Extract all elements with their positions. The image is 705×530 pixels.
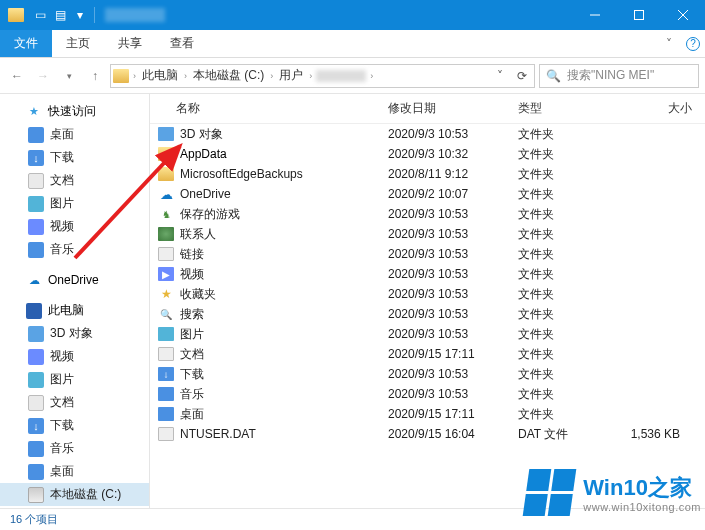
sidebar-item-music2[interactable]: 音乐 (0, 437, 149, 460)
column-size[interactable]: 大小 (610, 98, 700, 119)
file-name: 3D 对象 (180, 126, 223, 143)
window-folder-icon (8, 8, 24, 22)
doc-icon (158, 347, 174, 361)
file-rows[interactable]: 3D 对象2020/9/3 10:53文件夹AppData2020/9/3 10… (150, 124, 705, 508)
crumb-c[interactable]: 本地磁盘 (C:) (191, 67, 266, 84)
window-title-blurred (105, 8, 165, 22)
column-date[interactable]: 修改日期 (380, 98, 510, 119)
item-count: 16 个项目 (10, 512, 58, 527)
column-name[interactable]: 名称 (150, 98, 380, 119)
help-button[interactable]: ? (681, 30, 705, 57)
document-icon (28, 395, 44, 411)
address-folder-icon (113, 69, 129, 83)
file-type: DAT 文件 (510, 426, 610, 443)
navigation-bar: ← → ▾ ↑ › 此电脑 › 本地磁盘 (C:) › 用户 › › ˅ ⟳ 🔍… (0, 58, 705, 94)
minimize-button[interactable] (573, 0, 617, 30)
tab-view[interactable]: 查看 (156, 30, 208, 57)
sidebar-item-disk-c[interactable]: 本地磁盘 (C:) (0, 483, 149, 506)
file-row[interactable]: ♞保存的游戏2020/9/3 10:53文件夹 (150, 204, 705, 224)
sidebar-item-downloads[interactable]: ↓下载 (0, 146, 149, 169)
i3d-icon (158, 127, 174, 141)
tab-share[interactable]: 共享 (104, 30, 156, 57)
recent-dropdown[interactable]: ▾ (58, 65, 80, 87)
file-row[interactable]: 联系人2020/9/3 10:53文件夹 (150, 224, 705, 244)
crumb-users[interactable]: 用户 (277, 67, 305, 84)
chevron-right-icon[interactable]: › (133, 71, 136, 81)
sidebar-label: 下载 (50, 149, 74, 166)
chevron-right-icon[interactable]: › (184, 71, 187, 81)
sidebar-label: 下载 (50, 417, 74, 434)
quick-access-group[interactable]: ★ 快速访问 (0, 100, 149, 123)
file-tab[interactable]: 文件 (0, 30, 52, 57)
sidebar-item-pictures2[interactable]: 图片 (0, 368, 149, 391)
column-type[interactable]: 类型 (510, 98, 610, 119)
file-date: 2020/9/2 10:07 (380, 187, 510, 201)
sidebar-item-pictures[interactable]: 图片 (0, 192, 149, 215)
chevron-right-icon[interactable]: › (270, 71, 273, 81)
sidebar-item-desktop2[interactable]: 桌面 (0, 460, 149, 483)
sidebar-item-videos[interactable]: 视频 (0, 215, 149, 238)
sidebar-label: 音乐 (50, 241, 74, 258)
sidebar-label: 图片 (50, 195, 74, 212)
file-name: 下载 (180, 366, 204, 383)
file-row[interactable]: MicrosoftEdgeBackups2020/8/11 9:12文件夹 (150, 164, 705, 184)
sidebar-item-desktop[interactable]: 桌面 (0, 123, 149, 146)
qat-newfolder-icon[interactable]: ▤ (50, 5, 70, 25)
sidebar-item-downloads2[interactable]: ↓下载 (0, 414, 149, 437)
file-date: 2020/9/15 16:04 (380, 427, 510, 441)
onedrive-group[interactable]: ☁ OneDrive (0, 269, 149, 291)
file-row[interactable]: NTUSER.DAT2020/9/15 16:04DAT 文件1,536 KB (150, 424, 705, 444)
star-icon: ★ (158, 287, 174, 301)
sidebar-item-videos2[interactable]: 视频 (0, 345, 149, 368)
sidebar-item-disk-e[interactable]: 新加卷 (E:) (0, 506, 149, 508)
file-name: 桌面 (180, 406, 204, 423)
sidebar-item-documents2[interactable]: 文档 (0, 391, 149, 414)
file-row[interactable]: 3D 对象2020/9/3 10:53文件夹 (150, 124, 705, 144)
sidebar-label: 文档 (50, 172, 74, 189)
sidebar-item-3d[interactable]: 3D 对象 (0, 322, 149, 345)
file-row[interactable]: ☁OneDrive2020/9/2 10:07文件夹 (150, 184, 705, 204)
search-box[interactable]: 🔍 搜索"NING MEI" (539, 64, 699, 88)
file-row[interactable]: 链接2020/9/3 10:53文件夹 (150, 244, 705, 264)
forward-button[interactable]: → (32, 65, 54, 87)
chevron-right-icon[interactable]: › (370, 71, 373, 81)
ribbon-collapse-chevron-icon[interactable]: ˅ (657, 30, 681, 57)
file-row[interactable]: 图片2020/9/3 10:53文件夹 (150, 324, 705, 344)
file-row[interactable]: 桌面2020/9/15 17:11文件夹 (150, 404, 705, 424)
close-button[interactable] (661, 0, 705, 30)
cloud-icon: ☁ (158, 187, 174, 201)
file-date: 2020/9/3 10:53 (380, 287, 510, 301)
file-row[interactable]: 文档2020/9/15 17:11文件夹 (150, 344, 705, 364)
file-row[interactable]: ★收藏夹2020/9/3 10:53文件夹 (150, 284, 705, 304)
maximize-button[interactable] (617, 0, 661, 30)
file-type: 文件夹 (510, 406, 610, 423)
this-pc-group[interactable]: 此电脑 (0, 299, 149, 322)
tab-home[interactable]: 主页 (52, 30, 104, 57)
file-row[interactable]: ▶视频2020/9/3 10:53文件夹 (150, 264, 705, 284)
separator (94, 7, 95, 23)
file-row[interactable]: ↓下载2020/9/3 10:53文件夹 (150, 364, 705, 384)
sidebar-label: 本地磁盘 (C:) (50, 486, 121, 503)
crumb-username-blurred[interactable] (316, 70, 366, 82)
address-dropdown[interactable]: ˅ (490, 66, 510, 86)
address-bar[interactable]: › 此电脑 › 本地磁盘 (C:) › 用户 › › ˅ ⟳ (110, 64, 535, 88)
qat-props-icon[interactable]: ▭ (30, 5, 50, 25)
up-button[interactable]: ↑ (84, 65, 106, 87)
file-row[interactable]: 🔍搜索2020/9/3 10:53文件夹 (150, 304, 705, 324)
disk-icon (28, 487, 44, 503)
file-date: 2020/9/3 10:53 (380, 327, 510, 341)
file-type: 文件夹 (510, 226, 610, 243)
back-button[interactable]: ← (6, 65, 28, 87)
file-row[interactable]: 音乐2020/9/3 10:53文件夹 (150, 384, 705, 404)
crumb-pc[interactable]: 此电脑 (140, 67, 180, 84)
refresh-button[interactable]: ⟳ (512, 66, 532, 86)
desktop-icon (28, 127, 44, 143)
sidebar-item-documents[interactable]: 文档 (0, 169, 149, 192)
file-name: 音乐 (180, 386, 204, 403)
chevron-right-icon[interactable]: › (309, 71, 312, 81)
qat-dropdown-icon[interactable]: ▾ (70, 5, 90, 25)
navigation-pane[interactable]: ★ 快速访问 桌面 ↓下载 文档 图片 视频 音乐 ☁ OneDrive 此电脑… (0, 94, 150, 508)
sidebar-item-music[interactable]: 音乐 (0, 238, 149, 261)
file-row[interactable]: AppData2020/9/3 10:32文件夹 (150, 144, 705, 164)
svg-rect-1 (635, 11, 644, 20)
